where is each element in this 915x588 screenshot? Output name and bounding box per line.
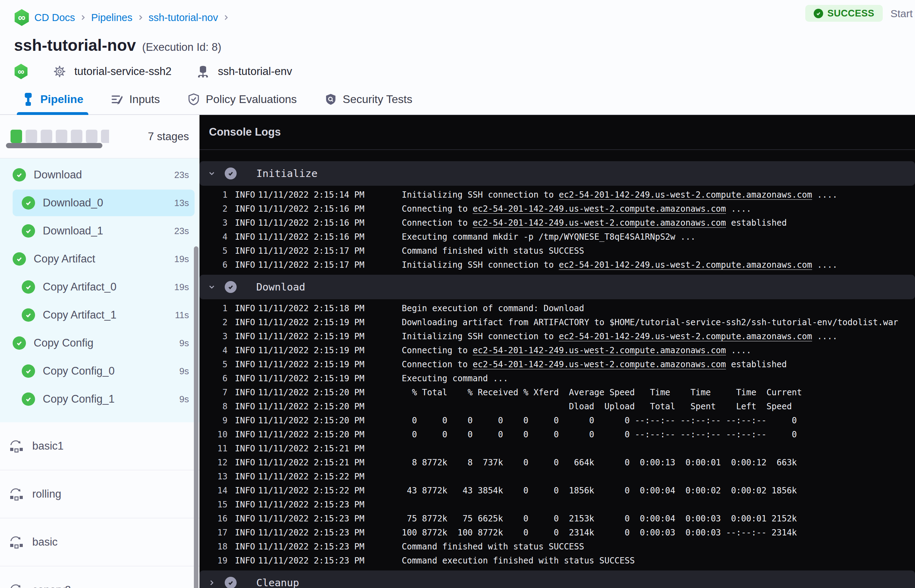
log-timestamp: 11/11/2022 2:15:18 PM bbox=[258, 304, 402, 313]
log-line: 6INFO11/11/2022 2:15:19 PMExecuting comm… bbox=[199, 372, 915, 386]
log-section-header-download[interactable]: Download bbox=[199, 275, 915, 299]
log-message: 0 0 0 0 0 0 0 0 --:--:-- --:--:-- --:--:… bbox=[402, 415, 915, 425]
stage-row-copy-artifact-1[interactable]: Copy Artifact_111s bbox=[0, 301, 199, 329]
log-message: Downloading artifact from ARTIFACTORY to… bbox=[402, 317, 915, 327]
stage-success-check-icon bbox=[13, 336, 26, 350]
stage-progress-segments bbox=[11, 130, 109, 143]
tab-pipeline[interactable]: Pipeline bbox=[22, 84, 83, 114]
pipeline-execution-page: ∞ CD Docs Pipelines ssh-tutorial-nov SUC… bbox=[0, 0, 915, 588]
log-message: 75 8772k 75 6625k 0 0 2153k 0 0:00:04 0:… bbox=[402, 514, 915, 523]
tab-inputs[interactable]: Inputs bbox=[111, 84, 160, 114]
stage-progress-segment bbox=[56, 130, 67, 143]
tab-label: Inputs bbox=[129, 93, 160, 106]
step-success-check-icon bbox=[225, 168, 237, 179]
cd-module-icon: ∞ bbox=[14, 9, 29, 26]
service-name[interactable]: tutorial-service-ssh2 bbox=[74, 65, 171, 78]
rollback-stage-basic1[interactable]: basic1 bbox=[0, 422, 199, 470]
stage-label: Copy Config_1 bbox=[43, 393, 115, 405]
log-message: Dload Upload Total Spent Left Speed bbox=[402, 402, 915, 411]
rollback-icon bbox=[8, 439, 24, 454]
breadcrumb-link-pipeline-name[interactable]: ssh-tutorial-nov bbox=[149, 12, 218, 23]
breadcrumb: ∞ CD Docs Pipelines ssh-tutorial-nov bbox=[14, 9, 915, 26]
log-timestamp: 11/11/2022 2:15:17 PM bbox=[258, 246, 402, 256]
stage-label: Copy Artifact_1 bbox=[43, 309, 116, 321]
log-level: INFO bbox=[235, 346, 258, 355]
stage-row-copy-artifact[interactable]: Copy Artifact19s bbox=[0, 245, 199, 273]
log-text: 0 0 0 0 0 0 0 0 --:--:-- --:--:-- --:--:… bbox=[402, 430, 797, 439]
log-link-host[interactable]: ec2-54-201-142-249.us-west-2.compute.ama… bbox=[559, 331, 812, 341]
log-text: .... bbox=[726, 204, 751, 214]
log-section-header-initialize[interactable]: Initialize bbox=[199, 161, 915, 186]
stage-duration: 11s bbox=[175, 310, 189, 321]
tab-bar: Pipeline Inputs Policy Evaluations Secur bbox=[0, 84, 915, 115]
rollback-stage-rolling[interactable]: rolling bbox=[0, 470, 199, 518]
log-text: established bbox=[726, 218, 787, 228]
log-link-host[interactable]: ec2-54-201-142-249.us-west-2.compute.ama… bbox=[559, 260, 812, 270]
environment-name[interactable]: ssh-tutorial-env bbox=[218, 65, 292, 78]
log-message: 100 8772k 100 8772k 0 0 2314k 0 0:00:03 … bbox=[402, 528, 915, 538]
stage-row-download[interactable]: Download23s bbox=[0, 161, 199, 189]
log-link-host[interactable]: ec2-54-201-142-249.us-west-2.compute.ama… bbox=[472, 360, 726, 369]
log-message: Command execution finished with status S… bbox=[402, 556, 915, 565]
log-line: 6INFO11/11/2022 2:15:17 PMInitializing S… bbox=[199, 258, 915, 272]
log-text: Downloading artifact from ARTIFACTORY to… bbox=[402, 317, 898, 327]
stage-success-check-icon bbox=[13, 252, 26, 266]
rollback-stage-basic[interactable]: basic bbox=[0, 518, 199, 566]
pipeline-icon bbox=[22, 93, 35, 106]
stage-success-check-icon bbox=[22, 364, 35, 378]
sidebar-scrollbar[interactable] bbox=[194, 246, 199, 588]
log-level: INFO bbox=[235, 388, 258, 397]
log-timestamp: 11/11/2022 2:15:19 PM bbox=[258, 317, 402, 327]
log-text: .... bbox=[812, 331, 837, 341]
log-timestamp: 11/11/2022 2:15:16 PM bbox=[258, 232, 402, 242]
log-line: 16INFO11/11/2022 2:15:23 PM 75 8772k 75 … bbox=[199, 512, 915, 526]
breadcrumb-link-cd-docs[interactable]: CD Docs bbox=[34, 12, 75, 23]
stage-row-download-0[interactable]: Download_013s bbox=[0, 189, 199, 217]
tab-security-tests[interactable]: Security Tests bbox=[324, 84, 412, 114]
rollback-stage-label: canary2 bbox=[32, 584, 71, 588]
log-line: 12INFO11/11/2022 2:15:21 PM 8 8772k 8 73… bbox=[199, 456, 915, 470]
stage-progress-segment bbox=[71, 130, 82, 143]
log-timestamp: 11/11/2022 2:15:23 PM bbox=[258, 514, 402, 523]
log-link-host[interactable]: ec2-54-201-142-249.us-west-2.compute.ama… bbox=[472, 346, 726, 355]
log-timestamp: 11/11/2022 2:15:14 PM bbox=[258, 190, 402, 200]
stage-label: Download_0 bbox=[43, 197, 103, 209]
log-message: Executing command mkdir -p /tmp/WYQNESE_… bbox=[402, 232, 915, 242]
console-title: Console Logs bbox=[209, 126, 281, 139]
log-line: 4INFO11/11/2022 2:15:16 PMExecuting comm… bbox=[199, 230, 915, 244]
stage-duration: 13s bbox=[174, 198, 189, 208]
chevron-right-icon bbox=[207, 578, 216, 587]
log-link-host[interactable]: ec2-54-201-142-249.us-west-2.compute.ama… bbox=[472, 204, 726, 214]
log-link-host[interactable]: ec2-54-201-142-249.us-west-2.compute.ama… bbox=[559, 190, 812, 200]
log-section-lines: 1INFO11/11/2022 2:15:18 PMBegin executio… bbox=[199, 299, 915, 570]
stage-row-copy-artifact-0[interactable]: Copy Artifact_019s bbox=[0, 273, 199, 301]
stage-graph-scrollbar[interactable] bbox=[6, 143, 102, 148]
log-line-number: 1 bbox=[199, 190, 228, 200]
tab-policy-evaluations[interactable]: Policy Evaluations bbox=[187, 84, 297, 114]
log-text: Executing command mkdir -p /tmp/WYQNESE_… bbox=[402, 232, 695, 242]
rollback-stage-canary2[interactable]: canary2 bbox=[0, 566, 199, 588]
stage-success-check-icon bbox=[22, 224, 35, 237]
stage-row-download-1[interactable]: Download_123s bbox=[0, 217, 199, 245]
stage-label: Copy Config_0 bbox=[43, 365, 115, 377]
log-section-name: Initialize bbox=[256, 168, 318, 179]
stage-progress-segment bbox=[101, 130, 109, 143]
log-level: INFO bbox=[235, 415, 258, 425]
log-line: 9INFO11/11/2022 2:15:20 PM 0 0 0 0 0 0 0… bbox=[199, 414, 915, 428]
log-timestamp: 11/11/2022 2:15:23 PM bbox=[258, 528, 402, 538]
log-line: 19INFO11/11/2022 2:15:23 PMCommand execu… bbox=[199, 554, 915, 568]
stage-row-copy-config[interactable]: Copy Config9s bbox=[0, 329, 199, 357]
stage-label: Copy Config bbox=[34, 337, 94, 349]
log-timestamp: 11/11/2022 2:15:20 PM bbox=[258, 415, 402, 425]
success-check-icon bbox=[814, 9, 823, 18]
log-line-number: 12 bbox=[199, 458, 228, 467]
breadcrumb-link-pipelines[interactable]: Pipelines bbox=[91, 12, 133, 23]
stage-row-copy-config-1[interactable]: Copy Config_19s bbox=[0, 385, 199, 413]
log-timestamp: 11/11/2022 2:15:23 PM bbox=[258, 542, 402, 552]
log-level: INFO bbox=[235, 373, 258, 383]
log-section-header-cleanup[interactable]: Cleanup bbox=[199, 570, 915, 588]
log-link-host[interactable]: ec2-54-201-142-249.us-west-2.compute.ama… bbox=[472, 218, 726, 228]
log-text: Executing command ... bbox=[402, 373, 508, 383]
stage-row-copy-config-0[interactable]: Copy Config_09s bbox=[0, 357, 199, 385]
log-message: 8 8772k 8 737k 0 0 664k 0 0:00:13 0:00:0… bbox=[402, 458, 915, 467]
